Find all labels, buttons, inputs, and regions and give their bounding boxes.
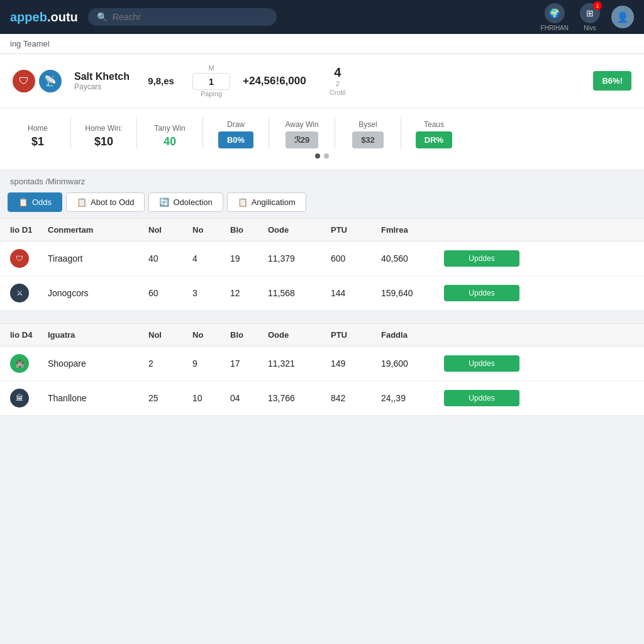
odds-teaus-label: Teaus bbox=[424, 120, 444, 129]
update-btn-4[interactable]: Upddes bbox=[444, 390, 519, 406]
team-info: Salt Khetch Paycars bbox=[74, 71, 130, 91]
header-right: 🌍 FHRIHAN ⊞ 1 Nivs 👤 bbox=[541, 3, 634, 31]
update-btn-1[interactable]: Upddes bbox=[444, 250, 519, 267]
stat1-value: 9,8,es bbox=[142, 75, 180, 86]
update-btn-2[interactable]: Upddes bbox=[444, 285, 519, 301]
t2-col4: Blo bbox=[230, 330, 268, 340]
row-oode4: 13,766 bbox=[268, 393, 331, 403]
row-ptu3: 149 bbox=[331, 358, 381, 369]
team1-logo: 🛡 bbox=[13, 70, 35, 92]
table2: lio D4 Iguatra Nol No Blo Oode PTU Faddl… bbox=[0, 323, 644, 416]
row-name3: Shoopare bbox=[48, 358, 148, 369]
row-ptu4: 842 bbox=[331, 393, 381, 403]
odds-draw-button[interactable]: B0% bbox=[218, 131, 253, 148]
t1-col6: PTU bbox=[331, 225, 381, 235]
odds-awaywin: Away Win ℛ29 bbox=[277, 120, 327, 148]
tab-abot[interactable]: 📋 Abot to Odd bbox=[66, 192, 145, 212]
team-sub: Paycars bbox=[74, 82, 130, 91]
t2-col1: Iguatra bbox=[48, 330, 148, 340]
row-no1: 4 bbox=[192, 253, 230, 264]
header-icon-grid[interactable]: ⊞ 1 Nivs bbox=[580, 3, 600, 31]
row-logo2: ⚔ bbox=[10, 284, 29, 303]
tab-odds-icon: 📋 bbox=[18, 197, 28, 207]
row-nol4: 25 bbox=[148, 393, 192, 403]
grid-icon[interactable]: ⊞ 1 bbox=[580, 3, 600, 23]
t2-col7: Faddla bbox=[381, 330, 444, 340]
tab-abot-label: Abot to Odd bbox=[91, 197, 134, 207]
row-blo2: 12 bbox=[230, 288, 268, 298]
tab-odolection-icon: 🔄 bbox=[159, 197, 169, 207]
big-value: +24,56!6,000 bbox=[243, 75, 306, 87]
row-no2: 3 bbox=[192, 288, 230, 298]
user-avatar[interactable]: 👤 bbox=[611, 6, 634, 28]
section-divider bbox=[0, 311, 644, 321]
odds-teaus-button[interactable]: DR% bbox=[416, 131, 452, 148]
breadcrumb: ing Teamel bbox=[0, 34, 644, 54]
logo-suffix: .outu bbox=[47, 10, 78, 24]
logo[interactable]: appeb.outu bbox=[10, 10, 78, 25]
team-logos: 🛡 📡 bbox=[13, 70, 62, 92]
odds-homewin: Home Win: $10 bbox=[79, 124, 129, 148]
tab-odolection[interactable]: 🔄 Odolection bbox=[148, 192, 223, 212]
header-icon-african[interactable]: 🌍 FHRIHAN bbox=[541, 3, 569, 31]
row-blo1: 19 bbox=[230, 253, 268, 264]
row-fmlrea4: 24,,39 bbox=[381, 393, 444, 403]
row-ptu2: 144 bbox=[331, 288, 381, 298]
odds-homewin-label: Home Win: bbox=[85, 124, 122, 133]
search-bar[interactable]: 🔍 bbox=[88, 8, 277, 26]
row-fmlrea3: 19,600 bbox=[381, 358, 444, 369]
table1: lio D1 Conmertam Nol No Blo Oode PTU Fml… bbox=[0, 218, 644, 311]
match-big-value: +24,56!6,000 bbox=[243, 75, 306, 87]
tab-odds[interactable]: 📋 Odds bbox=[8, 192, 62, 212]
t2-col0: lio D4 bbox=[10, 330, 48, 340]
section-label: spontads /Minmwarz bbox=[0, 170, 644, 189]
score-value: 1 bbox=[192, 73, 230, 90]
odds-bysel-button[interactable]: $32 bbox=[352, 131, 384, 148]
team2-logo: 📡 bbox=[39, 70, 62, 92]
tab-angilication-icon: 📋 bbox=[238, 197, 248, 207]
table1-header: lio D1 Conmertam Nol No Blo Oode PTU Fml… bbox=[0, 218, 644, 242]
odds-bysel: Bysel $32 bbox=[343, 120, 393, 148]
table-row: 🏰 Shoopare 2 9 17 11,321 149 19,600 Updd… bbox=[0, 347, 644, 381]
row-fmlrea2: 159,640 bbox=[381, 288, 444, 298]
badge: 1 bbox=[593, 1, 602, 10]
odds-grid: Home $1 Home Win: $10 Tany Win 40 Draw B… bbox=[13, 117, 631, 148]
stat3-value: 4 bbox=[319, 65, 357, 80]
score-label: M bbox=[192, 64, 230, 72]
t1-col1: Conmertam bbox=[48, 225, 148, 235]
odds-awaywin-button[interactable]: ℛ29 bbox=[286, 131, 318, 148]
team-name: Salt Khetch bbox=[74, 71, 130, 82]
divider6 bbox=[401, 117, 401, 148]
table-row: ⚔ Jonogcors 60 3 12 11,568 144 159,640 U… bbox=[0, 276, 644, 311]
row-logo3: 🏰 bbox=[10, 354, 29, 373]
section-label-text: spontads /Minmwarz bbox=[10, 177, 85, 186]
odds-bar: Home $1 Home Win: $10 Tany Win 40 Draw B… bbox=[0, 108, 644, 170]
row-name4: Thanllone bbox=[48, 393, 148, 403]
divider4 bbox=[269, 117, 269, 148]
row-oode2: 11,568 bbox=[268, 288, 331, 298]
tab-angilication[interactable]: 📋 Angilicatiom bbox=[227, 192, 306, 212]
grid-label: Nivs bbox=[584, 25, 596, 31]
logo-prefix: appeb bbox=[10, 10, 47, 24]
odds-teaus: Teaus DR% bbox=[409, 120, 459, 148]
row-blo3: 17 bbox=[230, 358, 268, 369]
search-input[interactable] bbox=[113, 12, 268, 22]
divider2 bbox=[136, 117, 137, 148]
divider3 bbox=[203, 117, 203, 148]
stat3-sub: 2 bbox=[319, 80, 357, 87]
t1-col0: lio D1 bbox=[10, 225, 48, 235]
divider5 bbox=[335, 117, 335, 148]
african-icon[interactable]: 🌍 bbox=[545, 3, 565, 23]
row-oode3: 11,321 bbox=[268, 358, 331, 369]
match-stat3: 4 2 Crotil bbox=[319, 65, 357, 96]
table2-header: lio D4 Iguatra Nol No Blo Oode PTU Faddl… bbox=[0, 323, 644, 347]
update-btn-3[interactable]: Upddes bbox=[444, 355, 519, 372]
t2-col5: Oode bbox=[268, 330, 331, 340]
odds-home-value: $1 bbox=[31, 135, 44, 148]
bet-button[interactable]: B6%! bbox=[593, 71, 631, 91]
african-label: FHRIHAN bbox=[541, 25, 569, 31]
table-row: 🏛 Thanllone 25 10 04 13,766 842 24,,39 U… bbox=[0, 381, 644, 416]
tab-odolection-label: Odolection bbox=[173, 197, 212, 207]
row-name2: Jonogcors bbox=[48, 288, 148, 298]
tabs-row: 📋 Odds 📋 Abot to Odd 🔄 Odolection 📋 Angi… bbox=[0, 189, 644, 216]
